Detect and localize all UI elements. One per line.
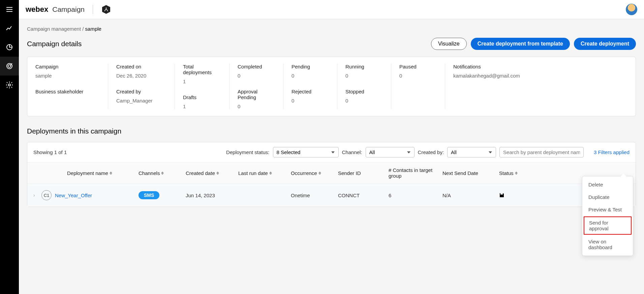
createdby-filter-select[interactable]: All <box>447 147 496 157</box>
table-filters: Showing 1 of 1 Deployment status: 8 Sele… <box>27 142 636 162</box>
svg-point-3 <box>8 84 10 86</box>
cell-next: N/A <box>442 193 499 198</box>
col-channels[interactable]: Channels <box>139 167 186 179</box>
breadcrumb-parent[interactable]: Campaign management <box>27 26 81 32</box>
approval-label: Approval Pending <box>238 89 275 100</box>
breadcrumb-current: sample <box>85 26 101 32</box>
createdby-filter-label: Created by: <box>418 149 444 155</box>
header-row: Campaign details Visualize Create deploy… <box>27 38 636 50</box>
drafts-value: 1 <box>183 104 221 109</box>
line-chart-icon <box>5 24 13 32</box>
hamburger-icon <box>5 5 13 13</box>
col-next-send: Next Send Date <box>442 167 499 179</box>
create-deployment-button[interactable]: Create deployment <box>574 38 636 50</box>
save-icon <box>499 193 504 198</box>
completed-label: Completed <box>238 64 275 69</box>
drafts-label: Drafts <box>183 94 221 100</box>
running-value: 0 <box>345 73 383 79</box>
table-head: Deployment name Channels Created date La… <box>27 162 636 184</box>
topbar: webex Campaign <box>19 0 644 19</box>
sidebar-item-campaigns[interactable] <box>0 57 19 76</box>
sort-icon <box>110 172 112 175</box>
sort-icon <box>161 172 164 175</box>
pending-value: 0 <box>292 73 329 79</box>
cell-occurrence: Onetime <box>291 193 338 198</box>
created-on-value: Dec 26, 2020 <box>116 73 166 79</box>
stakeholder-label: Business stakeholder <box>35 89 100 94</box>
sidebar-item-reports[interactable] <box>0 38 19 57</box>
hamburger-menu[interactable] <box>0 0 19 19</box>
deployment-link[interactable]: New_Year_Offer <box>55 193 92 198</box>
header-actions: Visualize Create deployment from templat… <box>431 38 636 50</box>
search-input[interactable] <box>499 147 584 157</box>
logo-brand: webex <box>26 5 48 14</box>
status-filter-label: Deployment status: <box>226 149 269 155</box>
gear-icon <box>5 81 13 89</box>
col-contacts: # Contacts in target group <box>389 167 442 179</box>
completed-value: 0 <box>238 73 275 79</box>
logo-product: Campaign <box>52 5 85 13</box>
create-from-template-button[interactable]: Create deployment from template <box>471 38 570 50</box>
total-label: Total deployments <box>183 64 221 75</box>
created-by-label: Created by <box>116 89 166 94</box>
created-on-label: Created on <box>116 64 166 69</box>
campaign-label: Campaign <box>35 64 100 69</box>
sort-icon <box>515 172 518 175</box>
svg-marker-4 <box>102 5 110 14</box>
menu-delete[interactable]: Delete <box>582 178 633 191</box>
menu-duplicate[interactable]: Duplicate <box>582 191 633 203</box>
col-last-run[interactable]: Last run date <box>238 167 291 179</box>
col-deployment-name[interactable]: Deployment name <box>33 167 139 179</box>
menu-preview[interactable]: Preview & Test <box>582 203 633 216</box>
sidebar-item-analytics[interactable] <box>0 19 19 38</box>
chevron-right-icon[interactable]: › <box>33 193 38 198</box>
rejected-label: Rejected <box>292 89 329 94</box>
sidebar <box>0 0 19 294</box>
paused-value: 0 <box>399 73 437 79</box>
pending-label: Pending <box>292 64 329 69</box>
table-row: › C1 New_Year_Offer SMS Jun 14, 2023 One… <box>27 184 636 207</box>
logo: webex Campaign <box>26 4 111 14</box>
sort-icon <box>269 172 272 175</box>
cell-contacts: 6 <box>389 193 442 198</box>
breadcrumb: Campaign management / sample <box>27 26 636 32</box>
filters-applied[interactable]: 3 Filters applied <box>594 149 630 155</box>
row-badge: C1 <box>41 190 52 200</box>
stopped-label: Stopped <box>345 89 383 94</box>
campaign-value: sample <box>35 73 100 79</box>
details-card: Campaign sample Business stakeholder Cre… <box>27 57 636 116</box>
channel-filter-label: Channel: <box>342 149 362 155</box>
sort-icon <box>318 172 321 175</box>
avatar[interactable] <box>626 4 637 15</box>
section-title: Deployments in this campaign <box>27 127 636 135</box>
paused-label: Paused <box>399 64 437 69</box>
total-value: 1 <box>183 79 221 84</box>
row-actions-menu: Delete Duplicate Preview & Test Send for… <box>582 176 633 256</box>
stopped-value: 0 <box>345 98 383 104</box>
cell-sender: CONNCT <box>338 193 389 198</box>
pie-chart-icon <box>5 43 13 51</box>
menu-send-for-approval[interactable]: Send for approval <box>584 216 632 235</box>
rejected-value: 0 <box>292 98 329 104</box>
hexagon-icon <box>101 4 111 14</box>
notifications-value: kamalakanhegad@gmail.com <box>453 73 627 79</box>
approval-value: 0 <box>238 104 275 109</box>
channel-chip: SMS <box>139 191 159 199</box>
main: Campaign management / sample Campaign de… <box>19 19 644 294</box>
page-title: Campaign details <box>27 40 82 48</box>
col-sender-id: Sender ID <box>338 167 389 179</box>
sidebar-item-settings[interactable] <box>0 76 19 94</box>
col-occurrence[interactable]: Occurrence <box>291 167 338 179</box>
notifications-label: Notifications <box>453 64 627 69</box>
col-status[interactable]: Status <box>499 167 529 179</box>
sort-icon <box>216 172 219 175</box>
menu-view-dashboard[interactable]: View on dashboard <box>582 235 633 254</box>
visualize-button[interactable]: Visualize <box>431 38 467 50</box>
deployments-table: Showing 1 of 1 Deployment status: 8 Sele… <box>27 142 636 207</box>
cell-created: Jun 14, 2023 <box>186 193 238 198</box>
col-created-date[interactable]: Created date <box>186 167 238 179</box>
logo-divider <box>93 5 93 14</box>
status-filter-select[interactable]: 8 Selected <box>273 147 339 157</box>
channel-filter-select[interactable]: All <box>366 147 415 157</box>
running-label: Running <box>345 64 383 69</box>
